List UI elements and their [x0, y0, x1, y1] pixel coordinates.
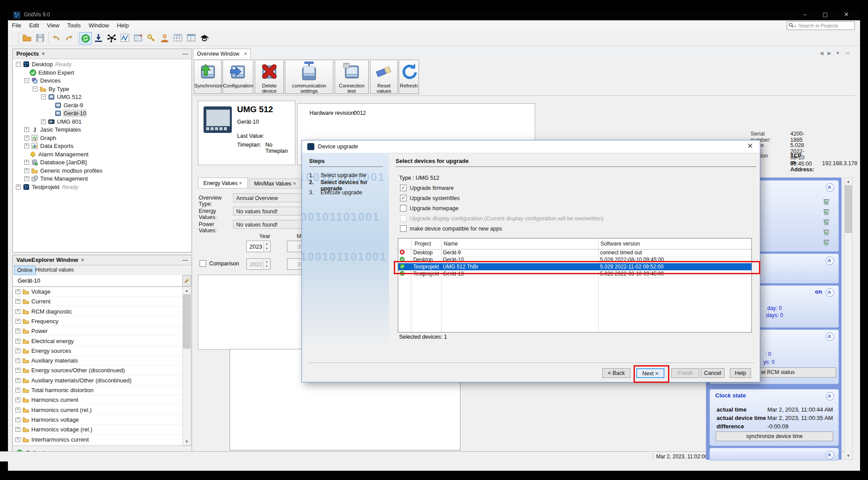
tree-expander-icon[interactable]: −	[24, 78, 29, 83]
refresh-button[interactable]: Refresh	[399, 60, 419, 94]
project-tree-item[interactable]: − By Type	[13, 85, 191, 93]
upgrade-checkbox[interactable]: Upgrade homepage	[400, 205, 459, 212]
value-item-label[interactable]: Auxiliary materials	[31, 357, 78, 364]
tab-close-icon[interactable]: ×	[239, 180, 242, 186]
tree-expander-icon[interactable]: +	[15, 309, 20, 314]
collapse-chevron-icon[interactable]	[826, 333, 834, 341]
configuration-button[interactable]: Configuration	[223, 60, 253, 94]
tree-expander-icon[interactable]: +	[15, 397, 20, 402]
value-explorer-scrollbar[interactable]: ▲ ▼	[182, 287, 191, 446]
value-tree-item[interactable]: + RCM diagnostic	[13, 307, 182, 317]
value-item-label[interactable]: Power	[31, 328, 48, 334]
tab-close-icon[interactable]: ×	[293, 181, 296, 187]
scrollbar-thumb[interactable]	[183, 295, 190, 348]
finish-button[interactable]: Finish	[671, 368, 699, 378]
user-management-icon[interactable]	[159, 32, 170, 44]
value-tree-item[interactable]: + Interharmonics current	[13, 435, 182, 445]
value-tree-item[interactable]: + Harmonics voltage (rel.)	[13, 425, 182, 435]
value-item-label[interactable]: Frequency	[31, 318, 58, 325]
project-tree-item[interactable]: + Data Exports	[13, 142, 191, 150]
collapse-chevron-icon[interactable]	[826, 451, 834, 459]
tree-item-label[interactable]: UMG 801	[57, 118, 82, 125]
comparison-checkbox[interactable]: Comparison	[200, 260, 239, 267]
communication-settings-button[interactable]: communication settings	[285, 60, 333, 94]
synchronize-device-time-button[interactable]: synchronize device time	[716, 431, 833, 441]
tree-expander-icon[interactable]: +	[15, 408, 20, 412]
projects-minimize-icon[interactable]: —	[182, 49, 188, 59]
value-wizard-button[interactable]	[182, 275, 191, 287]
project-tree-item[interactable]: + Graph	[13, 134, 191, 142]
project-tree-item[interactable]: − Devices	[13, 76, 191, 84]
recycle-bin-icon[interactable]	[823, 228, 830, 236]
year-stepper[interactable]: 2023 ▲▼	[246, 241, 271, 252]
topology-icon[interactable]	[106, 32, 117, 44]
value-item-label[interactable]: Harmonics voltage	[31, 416, 79, 423]
tree-expander-icon[interactable]: +	[24, 168, 29, 173]
tab-historical-values[interactable]: Historical values	[33, 266, 76, 274]
close-button[interactable]: ✕	[839, 10, 854, 20]
tree-expander-icon[interactable]: +	[15, 388, 20, 393]
project-tree-item[interactable]: Edition Expert	[13, 68, 191, 76]
scroll-down-icon[interactable]: ▼	[845, 452, 852, 459]
value-item-label[interactable]: Voltage	[31, 288, 50, 295]
value-tree-item[interactable]: + Harmonics current	[13, 395, 182, 405]
projects-close-icon[interactable]: ×	[42, 50, 45, 57]
tree-expander-icon[interactable]: +	[15, 417, 20, 422]
redo-icon[interactable]	[64, 32, 75, 44]
cancel-button[interactable]: Cancel	[701, 368, 725, 378]
tree-item-label[interactable]: Devices	[40, 77, 60, 84]
tree-item-label[interactable]: Generic modbus profiles	[40, 167, 102, 174]
value-tree-item[interactable]: + Power	[13, 326, 182, 336]
project-tree-item[interactable]: + Database [JanDB]	[13, 158, 191, 166]
tree-expander-icon[interactable]: −	[16, 62, 21, 67]
collapse-chevron-icon[interactable]	[826, 392, 834, 401]
connection-test-button[interactable]: Connection test	[335, 60, 369, 94]
graph-tool-icon[interactable]	[119, 32, 131, 44]
project-tree-item[interactable]: + Time Management	[13, 174, 191, 182]
value-item-label[interactable]: Energy sources/Other (discontinued)	[31, 367, 125, 374]
menu-help[interactable]: Help	[113, 20, 133, 31]
upgrade-checkbox[interactable]: ✓ Upgrade firmware	[400, 185, 453, 191]
project-tree-item[interactable]: +J Jasic Templates	[13, 125, 191, 133]
project-tree-item[interactable]: + TestprojektReady	[13, 183, 191, 191]
tree-item-label[interactable]: By Type	[49, 86, 69, 92]
tree-expander-icon[interactable]: +	[15, 289, 20, 294]
value-item-label[interactable]: Auxiliary materials/Other (discontinued)	[31, 377, 132, 384]
project-tree-item[interactable]: + Generic modbus profiles	[13, 166, 191, 174]
tree-item-label[interactable]: Alarm Management	[38, 151, 88, 158]
tree-expander-icon[interactable]: −	[33, 87, 38, 91]
value-item-label[interactable]: Total harmonic distortion	[31, 387, 94, 393]
import-device-icon[interactable]	[93, 32, 104, 44]
tree-expander-icon[interactable]: +	[41, 119, 46, 124]
checkbox-icon[interactable]	[400, 225, 407, 232]
tree-expander-icon[interactable]: +	[15, 329, 20, 333]
tab-overview-window[interactable]: Overview Window ×	[193, 49, 251, 59]
checkbox-icon[interactable]	[400, 205, 407, 212]
license-key-icon[interactable]	[146, 32, 157, 44]
value-tree-item[interactable]: + Total harmonic distortion	[13, 386, 182, 395]
help-button[interactable]: Help	[730, 368, 751, 378]
project-tree-item[interactable]: Alarm Management	[13, 150, 191, 158]
value-item-label[interactable]: Current	[31, 298, 50, 305]
window-overview-icon[interactable]	[185, 32, 197, 44]
tree-expander-icon[interactable]: +	[24, 176, 29, 181]
reset-values-button[interactable]: Reset values	[370, 60, 398, 94]
tab-close-icon[interactable]: ×	[244, 51, 247, 57]
collapse-chevron-icon[interactable]	[826, 183, 834, 192]
tree-expander-icon[interactable]: +	[15, 339, 20, 344]
upgrade-checkbox[interactable]: Upgrade display configuration (Current d…	[400, 215, 604, 222]
scroll-down-icon[interactable]: ▼	[183, 438, 191, 445]
field-value[interactable]: No values found!	[233, 207, 305, 215]
project-tree-item[interactable]: + UMG 801	[13, 117, 191, 125]
column-project[interactable]: Project	[415, 241, 431, 247]
value-tree-item[interactable]: + Auxiliary materials/Other (discontinue…	[13, 376, 182, 386]
value-item-label[interactable]: Harmonics current (rel.)	[31, 407, 92, 413]
tree-expander-icon[interactable]: +	[24, 136, 29, 140]
tab-minmax-values[interactable]: Min/Max Values ×	[249, 178, 302, 189]
value-tree-item[interactable]: + Harmonics voltage	[13, 415, 182, 425]
project-tree-item[interactable]: Gerät-10	[13, 109, 191, 117]
recycle-bin-icon[interactable]	[823, 197, 830, 205]
column-name[interactable]: Name	[444, 241, 458, 247]
open-project-icon[interactable]	[21, 32, 33, 44]
checkbox-icon[interactable]: ✓	[400, 185, 407, 191]
